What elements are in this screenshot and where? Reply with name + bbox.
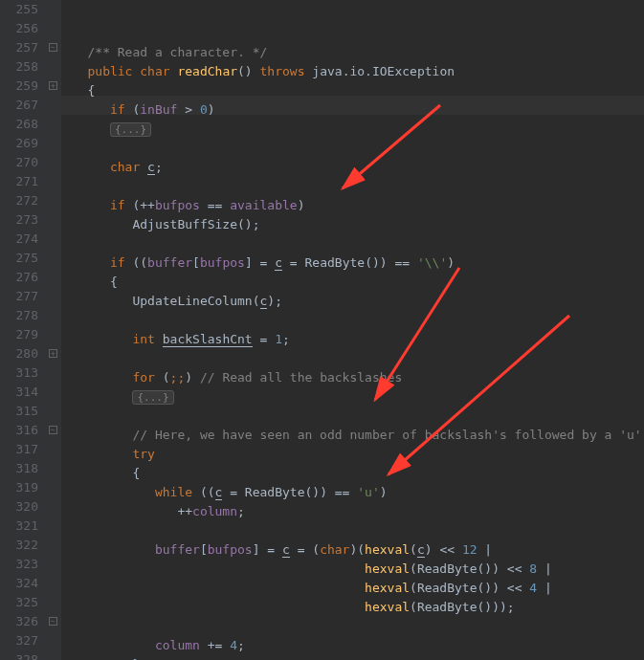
line-number: 316 [13,421,38,440]
code-line[interactable] [65,521,644,540]
gutter: 2552562572582592672682692702712722732742… [0,0,46,660]
line-number: 328 [13,650,38,660]
code-line[interactable]: int backSlashCnt = 1; [65,330,644,349]
line-number: 274 [13,230,38,249]
code-line[interactable]: buffer[bufpos] = c = (char)(hexval(c) <<… [65,540,644,560]
line-number: 277 [13,287,38,306]
line-number: 276 [13,268,38,287]
line-number: 273 [13,210,38,230]
line-number: 259 [13,77,38,96]
folded-region[interactable]: {...} [132,390,173,405]
line-number: 268 [13,115,38,134]
line-number: 322 [13,536,38,555]
line-number: 267 [13,96,38,115]
code-line[interactable]: // Here, we have seen an odd number of b… [65,426,644,445]
line-number: 317 [13,440,38,459]
line-number: 321 [13,517,38,536]
fold-marker-minus-icon[interactable]: − [49,43,57,52]
fold-marker-minus-icon[interactable]: − [49,426,57,434]
line-number: 315 [13,402,38,421]
line-number: 255 [13,0,38,19]
folded-region[interactable]: {...} [110,122,151,137]
code-line[interactable]: public char readChar() throws java.io.IO… [65,62,644,81]
line-number: 327 [13,631,38,650]
line-number: 270 [13,153,38,172]
code-line[interactable]: hexval(ReadByte())); [65,598,644,617]
line-number: 318 [13,459,38,478]
code-line[interactable]: } [65,655,644,660]
code-line[interactable]: char c; [65,158,644,177]
line-number: 278 [13,306,38,325]
line-number: 279 [13,325,38,344]
code-line[interactable]: {...} [65,120,644,139]
code-line[interactable]: if (inBuf > 0) [65,100,644,120]
code-line[interactable] [65,349,644,368]
code-line[interactable]: /** Read a character. */ [65,43,644,62]
code-area[interactable]: /** Read a character. */ public char rea… [61,0,644,660]
code-line[interactable]: { [65,81,644,100]
line-number: 319 [13,478,38,497]
line-number: 275 [13,249,38,268]
fold-column: −++−− [46,0,61,660]
code-line[interactable]: while ((c = ReadByte()) == 'u') [65,483,644,502]
line-number: 323 [13,555,38,574]
line-number: 271 [13,172,38,191]
code-line[interactable]: ++column; [65,502,644,521]
code-line[interactable] [65,177,644,196]
code-line[interactable]: UpdateLineColumn(c); [65,292,644,311]
fold-marker-minus-icon[interactable]: − [49,617,57,626]
line-number: 320 [13,497,38,517]
line-number: 325 [13,593,38,612]
code-line[interactable] [65,234,644,253]
code-line[interactable] [65,617,644,636]
code-editor[interactable]: 2552562572582592672682692702712722732742… [0,0,644,660]
code-line[interactable]: { [65,464,644,483]
line-number: 280 [13,344,38,363]
code-line[interactable]: column += 4; [65,636,644,655]
fold-marker-plus-icon[interactable]: + [49,349,57,358]
line-number: 258 [13,57,38,77]
code-line[interactable]: AdjustBuffSize(); [65,215,644,234]
code-line[interactable]: if ((buffer[bufpos] = c = ReadByte()) ==… [65,253,644,273]
code-line[interactable]: hexval(ReadByte()) << 4 | [65,579,644,598]
code-line[interactable]: if (++bufpos == available) [65,196,644,215]
code-line[interactable]: try [65,445,644,464]
line-number: 324 [13,574,38,593]
line-number: 313 [13,363,38,383]
code-line[interactable]: hexval(ReadByte()) << 8 | [65,560,644,579]
line-number: 314 [13,383,38,402]
code-line[interactable] [65,139,644,158]
line-number: 256 [13,19,38,38]
fold-marker-plus-icon[interactable]: + [49,81,57,90]
code-line[interactable]: { [65,273,644,292]
line-number: 326 [13,612,38,631]
line-number: 269 [13,134,38,153]
code-line[interactable] [65,407,644,426]
code-line[interactable]: for (;;) // Read all the backslashes [65,368,644,387]
line-number: 272 [13,191,38,210]
code-line[interactable]: {...} [65,387,644,407]
code-line[interactable] [65,311,644,330]
line-number: 257 [13,38,38,57]
